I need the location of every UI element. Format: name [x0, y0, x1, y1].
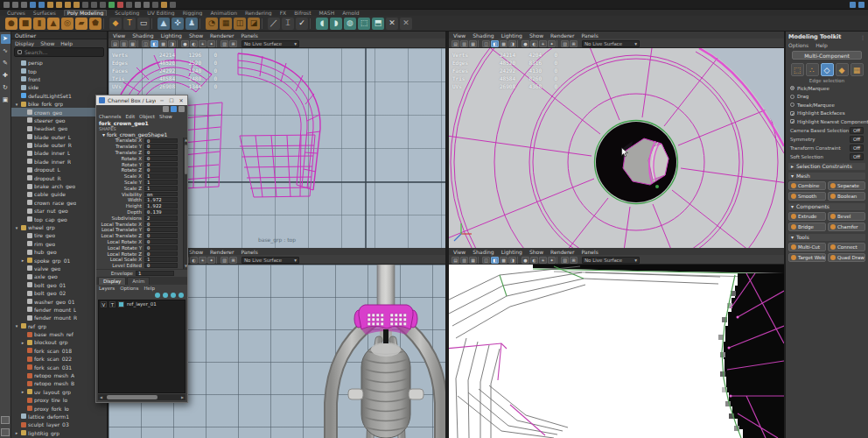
channel-value-field[interactable]: 1 [144, 173, 178, 179]
radio-icon[interactable] [790, 86, 794, 90]
speed-slow-icon[interactable] [163, 106, 169, 112]
outliner-menu-item[interactable]: Display [15, 40, 34, 46]
outliner-item[interactable]: ▾ bike_fork_grp [11, 100, 107, 108]
outliner-menu-item[interactable]: Help [60, 40, 73, 46]
outliner-item[interactable]: lattice_deform1 [11, 413, 107, 420]
shape-name[interactable]: ▾ fork_crown_geoShape1 [96, 131, 187, 138]
retopo-icon[interactable]: ◫ [234, 18, 246, 30]
tools-section-header[interactable]: ▾ Tools [788, 234, 865, 241]
paint-select-tool[interactable]: ✎ [1, 59, 10, 68]
toolkit-button[interactable]: Extrude [788, 212, 826, 221]
channel-row[interactable]: Local Scale X 1 [96, 257, 187, 263]
toolkit-button[interactable]: Bevel [828, 212, 865, 221]
svg-tool-icon[interactable]: ▭ [137, 18, 150, 30]
poly-sphere-icon[interactable]: ● [5, 18, 18, 30]
film-gate-icon[interactable]: ◫ [142, 40, 150, 47]
checkbox-icon[interactable]: ✓ [790, 111, 794, 116]
textured-icon[interactable]: ☀ [539, 257, 547, 264]
redo-icon[interactable] [38, 2, 45, 8]
layer-color-swatch[interactable] [118, 301, 124, 307]
toolkit-select-row[interactable]: Symmetry Off [788, 136, 865, 143]
object-mode-icon[interactable]: ⬚ [791, 63, 804, 76]
select-hierarchy-icon[interactable] [82, 2, 88, 8]
channel-value-field[interactable]: 0 [144, 156, 178, 161]
viewport-menu-item[interactable]: Shading [472, 32, 494, 39]
paint-effects-icon[interactable] [152, 2, 158, 8]
window-titlebar[interactable]: Channel Box / Layer Editor ─☐✕ [96, 95, 187, 105]
toolkit-button[interactable]: Boolean [828, 192, 865, 201]
toolkit-checkbox[interactable]: ✓ Highlight Backfaces [788, 110, 865, 117]
field-chart-icon[interactable]: ◨ [168, 40, 176, 47]
channel-value-field[interactable]: 0 [144, 144, 178, 149]
toolkit-menu-item[interactable]: Options [788, 42, 808, 48]
channel-row[interactable]: Translate Z 0 [96, 150, 187, 156]
channel-value-field[interactable]: 0 [144, 233, 178, 238]
viewport-menu-item[interactable]: Lighting [501, 32, 522, 39]
shelf-tab[interactable]: Rendering [245, 11, 272, 16]
viewport-menu-item[interactable]: Panels [581, 249, 598, 255]
channel-row[interactable]: Translate Y 0 [96, 144, 187, 150]
textured-icon[interactable]: ☀ [199, 257, 206, 264]
outliner-item[interactable]: crown_geo [11, 108, 107, 116]
select-camera-icon[interactable]: ▤ [111, 40, 119, 47]
toolkit-menu-item[interactable]: Help [816, 42, 828, 48]
channel-row[interactable]: Local Rotate Z 0 [96, 251, 187, 257]
channel-row[interactable]: Depth 0.139 [96, 209, 187, 215]
shelf-tab[interactable]: Sculpting [115, 11, 139, 16]
textured-icon[interactable]: ☀ [539, 40, 547, 47]
channel-row[interactable]: Width 1.972 [96, 197, 187, 203]
toolkit-button[interactable]: Combine [788, 181, 826, 190]
workspace-icon[interactable] [850, 2, 856, 8]
outliner-item[interactable]: axle_geo [11, 272, 107, 280]
field-chart-icon[interactable]: ◨ [508, 257, 516, 264]
exposure-icon[interactable]: ⊞ [570, 40, 578, 47]
boolean-intersect-icon[interactable]: ◍ [344, 18, 356, 30]
window-control-button[interactable]: ☐ [168, 97, 175, 103]
shelf-tab[interactable]: Animation [210, 11, 237, 16]
xray-icon[interactable]: ▧ [220, 257, 228, 264]
channel-value-field[interactable]: 1.972 [144, 197, 178, 202]
viewport-menu-item[interactable]: Show [529, 249, 543, 255]
boolean-difference-icon[interactable]: ◗ [330, 18, 342, 30]
toolkit-button[interactable]: Smooth [788, 192, 826, 201]
target-weld-icon[interactable]: ✓ [296, 18, 308, 30]
lights-icon[interactable]: ✦ [548, 40, 556, 47]
outliner-item[interactable]: blade_inner_R [11, 158, 107, 166]
vertex-mode-icon[interactable]: ∴ [806, 63, 819, 76]
channel-menu-item[interactable]: Object [139, 114, 155, 119]
new-layer-from-selected-icon[interactable] [163, 293, 168, 298]
outliner-item[interactable]: star_nut_geo [11, 207, 107, 215]
outliner-item[interactable]: steerer_geo [11, 117, 107, 124]
textured-icon[interactable]: ☀ [199, 40, 206, 47]
layer-type-toggle[interactable]: T [109, 301, 116, 307]
channel-value-field[interactable]: 1 [144, 257, 178, 262]
toolbar-separator[interactable] [556, 257, 560, 264]
toolkit-button[interactable]: Separate [828, 181, 865, 190]
select-camera-icon[interactable]: ▤ [452, 40, 459, 47]
construction-history-icon[interactable] [108, 2, 115, 8]
channel-value-field[interactable]: 1 [144, 186, 178, 191]
layer-menu-item[interactable]: Layers [99, 286, 115, 291]
toolbar-separator[interactable] [478, 40, 481, 47]
channel-row[interactable]: Local Translate Y 0 [96, 227, 187, 233]
outliner-item[interactable]: dropout_R [11, 173, 107, 181]
window-control-button[interactable]: ✕ [178, 97, 185, 103]
undo-icon[interactable] [30, 2, 36, 8]
scroll-down-icon[interactable]: ▼ [184, 264, 188, 269]
toolbar-separator[interactable] [478, 257, 481, 264]
toolbar-separator[interactable] [556, 40, 560, 47]
channel-row[interactable]: Scale Y 1 [96, 180, 187, 186]
selection-style-radio[interactable]: Tweak/Marquee [788, 102, 865, 109]
viewport-menu-item[interactable]: Shading [472, 249, 494, 255]
live-surface-field[interactable]: No Live Surface▾ [242, 257, 299, 264]
outliner-item[interactable]: ▸ lightRig_grp [11, 429, 107, 437]
film-gate-icon[interactable]: ◫ [482, 40, 490, 47]
move-layer-down-icon[interactable] [178, 293, 184, 298]
outliner-item[interactable]: ▾ wheel_grp [11, 223, 107, 231]
resolution-gate-icon[interactable]: ◧ [491, 257, 499, 264]
shelf-tab[interactable]: Bifrost [294, 11, 311, 16]
outliner-item[interactable]: blade_outer_R [11, 141, 107, 149]
scroll-right-icon[interactable]: ▶ [179, 394, 186, 400]
new-layer-icon[interactable] [155, 293, 160, 298]
curve-warp-icon[interactable]: ▲ [158, 18, 170, 30]
